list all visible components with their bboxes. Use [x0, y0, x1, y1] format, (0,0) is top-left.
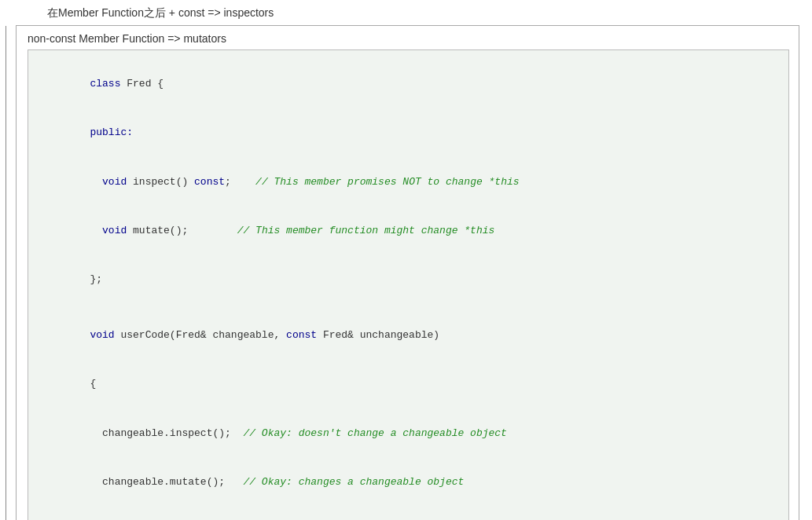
code-line-3: void inspect() const; // This member pro…: [41, 158, 776, 207]
keyword-const1: const: [194, 176, 225, 188]
page-wrapper: 在Member Function之后 + const => inspectors…: [0, 0, 812, 520]
code-line-6: void userCode(Fred& changeable, const Fr…: [41, 311, 776, 360]
comment-1: // This member promises NOT to change *t…: [255, 176, 519, 188]
keyword-void1: void: [102, 176, 133, 188]
code-line-empty1: [41, 305, 776, 311]
comment-4: // Okay: changes a changeable object: [243, 476, 464, 488]
code-line-5: };: [41, 256, 776, 305]
keyword-void3: void: [90, 329, 120, 341]
keyword-class: class: [90, 78, 127, 90]
keyword-void2: void: [102, 225, 133, 236]
keyword-const2: const: [286, 329, 317, 341]
keyword-public: public:: [90, 126, 133, 138]
code-line-4: void mutate(); // This member function m…: [41, 207, 776, 255]
code-line-1: class Fred {: [41, 60, 776, 108]
outer-section-title: non-const Member Function => mutators: [28, 32, 789, 45]
code-line-2: public:: [41, 108, 776, 157]
outer-section: non-const Member Function => mutators cl…: [16, 25, 799, 520]
code-line-7: {: [41, 360, 776, 408]
code-line-9: changeable.mutate(); // Okay: changes a …: [41, 458, 776, 507]
top-annotation: 在Member Function之后 + const => inspectors: [47, 6, 799, 20]
code-line-8: changeable.inspect(); // Okay: doesn't c…: [41, 409, 776, 458]
code-box: class Fred { public: void inspect() cons…: [28, 49, 789, 520]
comment-2: // This member function might change *th…: [237, 225, 495, 236]
code-line-10: unchangeable.inspect(); // Okay: doesn't…: [41, 514, 776, 520]
code-line-empty2: [41, 507, 776, 514]
comment-3: // Okay: doesn't change a changeable obj…: [243, 427, 506, 439]
